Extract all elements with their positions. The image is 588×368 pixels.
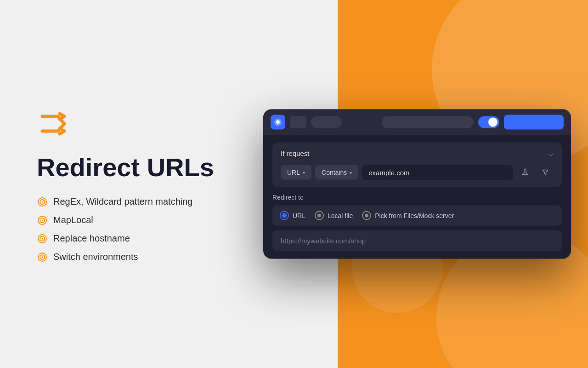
contains-filter-button[interactable]: Contains ▾: [315, 165, 358, 180]
if-request-header: If request ⌵: [281, 149, 554, 158]
target-icon-hostname: [37, 233, 48, 244]
card-url-bar[interactable]: [382, 116, 474, 128]
redirect-to-section: Redirect to URL Local file Pick from Fil…: [272, 194, 562, 252]
radio-circle-mock-server: [362, 211, 371, 220]
redirect-to-label: Redirect to: [272, 194, 562, 201]
target-icon-switch: [37, 252, 48, 263]
svg-point-11: [42, 256, 43, 258]
redirect-url-input-container[interactable]: https://mywebsite.com/shop: [272, 230, 562, 252]
radio-label-mock-server: Pick from Files/Mock server: [375, 212, 454, 219]
card-cta-button[interactable]: [504, 115, 564, 130]
card-body: If request ⌵ URL ▾ Contains ▾: [263, 135, 571, 259]
redirect-icon: [37, 105, 74, 142]
app-logo: [271, 115, 285, 130]
filter-value-input[interactable]: [362, 165, 513, 180]
radio-circle-url: [280, 211, 289, 220]
card-tab[interactable]: [290, 116, 306, 128]
chevron-down-icon: ⌵: [549, 149, 554, 158]
radio-option-local-file[interactable]: Local file: [315, 211, 353, 220]
radio-circle-local-file: [315, 211, 324, 220]
filter-icon-button[interactable]: [537, 164, 554, 181]
filter-row: URL ▾ Contains ▾: [281, 164, 554, 181]
redirect-radio-group: URL Local file Pick from Files/Mock serv…: [272, 206, 562, 226]
redirect-url-placeholder: https://mywebsite.com/shop: [281, 237, 366, 245]
test-icon-button[interactable]: [517, 164, 533, 181]
if-request-label: If request: [281, 150, 310, 157]
svg-point-5: [42, 219, 43, 221]
radio-option-url[interactable]: URL: [280, 211, 305, 220]
radio-option-mock-server[interactable]: Pick from Files/Mock server: [362, 211, 454, 220]
app-card: If request ⌵ URL ▾ Contains ▾: [263, 109, 571, 259]
card-search-bar[interactable]: [311, 116, 342, 128]
if-request-section: If request ⌵ URL ▾ Contains ▾: [272, 143, 562, 187]
radio-label-local-file: Local file: [328, 212, 353, 219]
target-icon-regex: [37, 196, 48, 207]
card-header: [263, 109, 571, 135]
svg-point-8: [42, 238, 43, 239]
radio-label-url: URL: [293, 212, 305, 219]
target-icon-maplocal: [37, 215, 48, 226]
url-filter-button[interactable]: URL ▾: [281, 165, 311, 180]
svg-point-2: [42, 201, 43, 202]
card-toggle[interactable]: [478, 116, 499, 128]
